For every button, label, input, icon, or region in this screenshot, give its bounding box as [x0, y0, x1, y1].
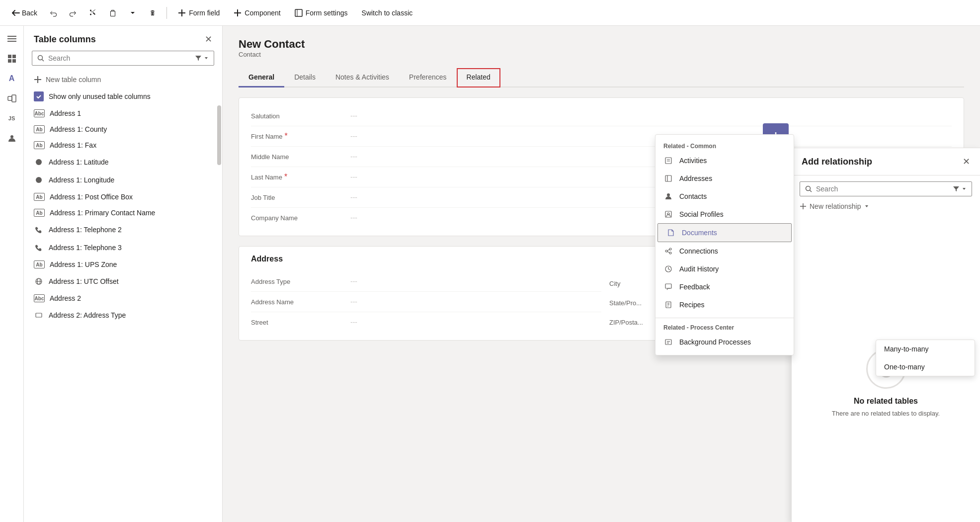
list-item[interactable]: Address 1: Longitude	[24, 171, 222, 189]
contact-header: New Contact Contact	[239, 38, 964, 58]
one-to-many-option[interactable]: One-to-many	[876, 358, 975, 376]
form-settings-button[interactable]: Form settings	[290, 7, 353, 19]
sidebar-close-button[interactable]: ✕	[205, 34, 212, 45]
filter-button[interactable]	[195, 55, 209, 62]
scrollbar[interactable]	[217, 105, 221, 165]
new-table-column-button[interactable]: New table column	[24, 72, 222, 87]
trash-icon	[149, 9, 157, 17]
svg-point-29	[669, 248, 671, 250]
tab-bar: General Details Notes & Activities Prefe…	[239, 68, 964, 87]
nav-grid-icon[interactable]	[3, 50, 21, 68]
form-field-button[interactable]: Form field	[173, 7, 225, 19]
abc-icon: Abc	[34, 294, 45, 302]
dropdown-item-connections[interactable]: Connections	[655, 242, 794, 260]
panel-close-button[interactable]: ✕	[963, 156, 970, 167]
chevron-down-icon	[129, 9, 137, 17]
list-item[interactable]: Abc Address 1	[24, 105, 222, 121]
dropdown-item-addresses[interactable]: Addresses	[655, 170, 794, 187]
list-item[interactable]: Address 1: Telephone 3	[24, 239, 222, 257]
chevron-down-icon	[204, 56, 209, 61]
list-item[interactable]: Address 1: Telephone 2	[24, 221, 222, 239]
svg-point-27	[667, 213, 669, 215]
tab-related[interactable]: Related	[457, 68, 500, 87]
paste-icon	[109, 9, 117, 17]
show-unused-label: Show only unused table columns	[49, 92, 151, 100]
nav-people-icon[interactable]	[3, 129, 21, 147]
tab-preferences[interactable]: Preferences	[399, 68, 456, 87]
dropdown-item-audit-history[interactable]: Audit History	[655, 260, 794, 278]
content-area: New Contact Contact General Details Note…	[223, 26, 980, 522]
svg-point-25	[667, 193, 670, 196]
svg-rect-10	[12, 95, 16, 102]
nav-component-icon[interactable]	[3, 89, 21, 107]
no-related-text: There are no related tables to display.	[832, 410, 940, 417]
svg-rect-6	[12, 55, 16, 58]
tab-details[interactable]: Details	[284, 68, 326, 87]
list-item[interactable]: Ab Address 1: County	[24, 121, 222, 137]
search-icon	[37, 55, 44, 62]
svg-rect-2	[7, 36, 16, 37]
feedback-icon	[663, 282, 673, 292]
abc-icon: Ab	[34, 209, 45, 217]
dropdown-button[interactable]	[125, 7, 141, 19]
redo-button[interactable]	[65, 7, 81, 19]
list-item[interactable]: Ab Address 1: Post Office Box	[24, 189, 222, 205]
list-item[interactable]: Address 1: Latitude	[24, 153, 222, 171]
svg-rect-39	[665, 340, 671, 345]
main-layout: A JS Table columns ✕ New table column	[0, 26, 980, 522]
svg-line-13	[42, 60, 44, 62]
dropdown-item-social-profiles[interactable]: Social Profiles	[655, 205, 794, 223]
list-item[interactable]: Abc Address 2	[24, 290, 222, 306]
nav-menu-icon[interactable]	[3, 30, 21, 48]
dropdown-item-background-processes[interactable]: Background Processes	[655, 333, 794, 351]
list-item[interactable]: Ab Address 1: Primary Contact Name	[24, 205, 222, 221]
nav-js-icon[interactable]: JS	[3, 109, 21, 127]
show-unused-toggle[interactable]: Show only unused table columns	[24, 87, 222, 105]
delete-button[interactable]	[145, 7, 161, 19]
svg-rect-4	[7, 41, 16, 42]
panel-title: Add relationship	[802, 157, 872, 167]
panel-search-input[interactable]	[816, 185, 949, 193]
list-item[interactable]: Ab Address 1: UPS Zone	[24, 257, 222, 272]
svg-point-14	[36, 159, 42, 165]
dropdown-item-recipes[interactable]: Recipes	[655, 296, 794, 314]
list-item[interactable]: Address 1: UTC Offset	[24, 272, 222, 290]
svg-point-15	[36, 177, 42, 183]
sidebar: Table columns ✕ New table column Show on…	[24, 26, 223, 522]
new-relationship-label: New relationship	[810, 202, 861, 210]
field-address-name: Address Name ---	[251, 292, 601, 312]
phone-icon	[34, 243, 44, 253]
connections-icon	[663, 246, 673, 256]
addresses-icon	[663, 174, 673, 183]
switch-classic-button[interactable]: Switch to classic	[357, 7, 418, 19]
search-input[interactable]	[48, 54, 191, 62]
list-item[interactable]: Address 2: Address Type	[24, 306, 222, 324]
dropdown-item-activities[interactable]: Activities	[655, 152, 794, 170]
panel-header: Add relationship ✕	[792, 148, 980, 175]
phone-icon	[34, 225, 44, 235]
svg-rect-0	[295, 9, 302, 16]
tab-notes[interactable]: Notes & Activities	[326, 68, 399, 87]
paste-button[interactable]	[105, 7, 121, 19]
dropdown-item-contacts[interactable]: Contacts	[655, 187, 794, 205]
dropdown-item-feedback[interactable]: Feedback	[655, 278, 794, 296]
undo-button[interactable]	[45, 7, 61, 19]
no-related-title: No related tables	[854, 397, 918, 406]
dropdown-item-documents[interactable]: Documents	[657, 223, 792, 242]
background-processes-icon	[663, 337, 673, 347]
nav-text-icon[interactable]: A	[3, 70, 21, 87]
panel-filter-button[interactable]	[953, 185, 967, 192]
sidebar-header: Table columns ✕	[24, 26, 222, 51]
svg-rect-20	[665, 158, 671, 164]
toolbar: Back Form field Component Form settings …	[0, 0, 980, 26]
list-item[interactable]: Ab Address 1: Fax	[24, 137, 222, 153]
component-button[interactable]: Component	[229, 7, 285, 19]
plus-icon	[34, 76, 42, 84]
many-to-many-option[interactable]: Many-to-many	[876, 340, 975, 358]
new-relationship-button[interactable]: New relationship	[800, 202, 972, 210]
back-button[interactable]: Back	[8, 7, 41, 19]
tab-general[interactable]: General	[239, 68, 284, 87]
cut-button[interactable]	[85, 7, 101, 19]
cut-icon	[89, 9, 97, 17]
audit-icon	[663, 264, 673, 274]
